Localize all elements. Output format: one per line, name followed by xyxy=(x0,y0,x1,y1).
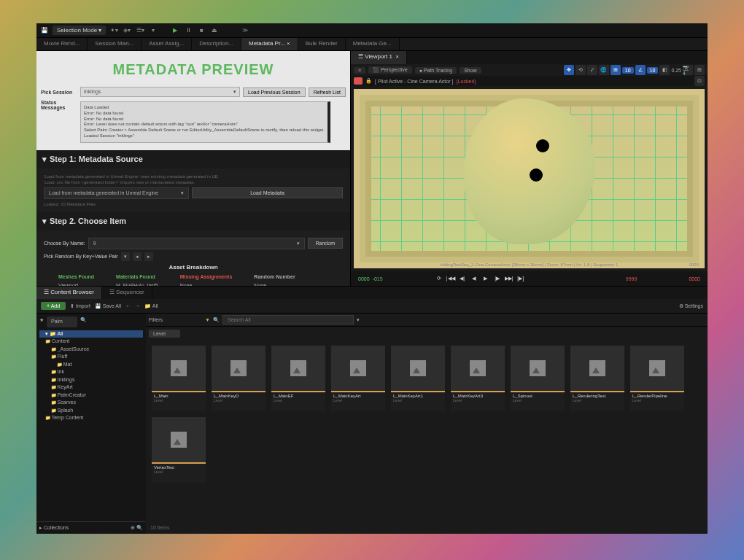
settings-button[interactable]: ⚙ Settings xyxy=(679,303,703,309)
play-icon[interactable]: ▶ xyxy=(170,26,180,36)
kv-prev-button[interactable]: ◂ xyxy=(133,252,142,261)
history-back-icon[interactable]: ← xyxy=(125,303,131,308)
search-input[interactable] xyxy=(222,315,354,324)
asset-tile[interactable]: L_MainEFLevel xyxy=(271,346,325,411)
step-fwd-icon[interactable]: |▶ xyxy=(493,274,502,283)
eject-icon[interactable]: ⏏ xyxy=(209,26,220,36)
asset-tile[interactable]: VertexTestLevel xyxy=(152,417,206,483)
save-all-button[interactable]: 💾 Save All xyxy=(95,303,121,309)
search-dropdown-icon[interactable]: ▾ xyxy=(357,317,360,323)
step1-header[interactable]: ▾ Step 1: Metadata Source xyxy=(36,150,350,168)
breadcrumb-palm[interactable]: Palm xyxy=(47,316,77,327)
playback-start[interactable]: 0000 xyxy=(358,276,370,281)
tree-item[interactable]: Content xyxy=(39,338,143,346)
add-button[interactable]: + Add xyxy=(41,302,66,310)
tree-item[interactable]: Scarves xyxy=(39,399,143,407)
angle-snap-icon[interactable]: ∠ xyxy=(635,65,646,75)
playback-current[interactable]: -015 xyxy=(373,276,383,281)
tree-item[interactable]: KeyArt xyxy=(39,384,143,392)
playback-end2[interactable]: 0000 xyxy=(689,276,700,281)
asset-tile[interactable]: L_MainLevel xyxy=(152,346,206,411)
tree-item[interactable]: Ink xyxy=(39,368,143,376)
lit-mode-dropdown[interactable]: ● Path Tracing xyxy=(415,67,457,74)
viewport-3d[interactable]: InklingTestSeq_2 Cine CameraActor [36mm … xyxy=(354,89,705,268)
asset-tile[interactable]: L_MainKeyArtLevel xyxy=(331,346,385,411)
asset-tile[interactable]: L_MainKeyArt1Level xyxy=(391,346,445,411)
stop-icon[interactable]: ■ xyxy=(196,26,206,36)
pick-session-dropdown[interactable]: inklings▾ xyxy=(80,87,240,97)
load-metadata-button[interactable]: Load Metadata xyxy=(192,187,343,198)
blueprint-icon[interactable]: ◈▾ xyxy=(122,26,132,36)
loop-icon[interactable]: ⟳ xyxy=(435,274,443,283)
tree-item[interactable]: Splash xyxy=(39,407,143,415)
collection-add-icon[interactable]: ⊕ xyxy=(131,525,135,530)
selection-mode-dropdown[interactable]: Selection Mode ▾ xyxy=(53,26,106,35)
step2-header[interactable]: ▾ Step 2. Choose Item xyxy=(36,212,350,230)
expand-icon[interactable]: ≫ xyxy=(240,26,250,36)
asset-tile[interactable]: L_MainKeyDLevel xyxy=(212,346,266,411)
editor-tab[interactable]: Description... xyxy=(192,38,241,50)
grid-snap-icon[interactable]: ⊞ xyxy=(611,65,621,75)
build-icon[interactable]: ▾ xyxy=(148,26,158,36)
filter-icon[interactable]: ▼ xyxy=(205,317,210,322)
choose-by-name-dropdown[interactable]: 9▾ xyxy=(88,238,305,249)
editor-tab[interactable]: Metadata Pr... × xyxy=(241,38,298,50)
tree-item[interactable]: _AssetSource xyxy=(39,346,143,354)
asset-tile[interactable]: L_MainKeyArt3Level xyxy=(451,346,505,411)
step-back-icon[interactable]: ◀| xyxy=(458,274,467,283)
record-icon[interactable]: [▶] xyxy=(516,274,525,283)
grid-snap-value[interactable]: 10 xyxy=(622,67,634,74)
pause-icon[interactable]: ⏸ xyxy=(183,26,193,36)
asset-tile[interactable]: L_SpinoutLevel xyxy=(511,346,565,411)
asset-tile[interactable]: L_RenderPipelineLevel xyxy=(630,346,684,411)
rotate-icon[interactable]: ⟲ xyxy=(576,65,586,75)
playback-end1[interactable]: 9999 xyxy=(626,276,638,281)
scale-icon[interactable]: ⤢ xyxy=(587,65,597,75)
viewport-tab[interactable]: ☰ Viewport 1 × xyxy=(351,51,407,64)
path-folder-icon[interactable]: 📁 All xyxy=(144,303,158,309)
show-dropdown[interactable]: Show xyxy=(460,67,481,74)
angle-snap-value[interactable]: 10 xyxy=(647,67,659,74)
pilot-lock-icon[interactable]: 🔒 xyxy=(365,78,372,84)
tree-item[interactable]: Fluff xyxy=(39,353,143,361)
history-fwd-icon[interactable]: → xyxy=(135,303,140,308)
editor-tab[interactable]: Movie Rend... xyxy=(36,38,88,50)
to-end-icon[interactable]: ▶▶| xyxy=(505,274,514,283)
scale-snap-value[interactable]: 0.25 xyxy=(671,68,681,73)
editor-tab[interactable]: Bulk Render xyxy=(298,38,346,50)
camera-speed-icon[interactable]: 📷 4 xyxy=(683,65,693,75)
random-button[interactable]: Random xyxy=(308,238,343,249)
tree-item[interactable]: Mat xyxy=(39,361,143,369)
tree-item[interactable]: PalmCreator xyxy=(39,392,143,400)
editor-tab[interactable]: Asset Assig... xyxy=(142,38,192,50)
stop-pilot-button[interactable] xyxy=(354,77,363,85)
asset-tile[interactable]: L_RenderingTestLevel xyxy=(570,346,624,411)
save-icon[interactable]: 💾 xyxy=(39,26,50,36)
editor-tab[interactable]: Session Man... xyxy=(88,38,142,50)
translate-icon[interactable]: ✥ xyxy=(564,65,574,75)
metadata-source-dropdown[interactable]: Load from metadata generated in Unreal E… xyxy=(44,187,189,199)
tree-item[interactable]: Temp Content xyxy=(39,414,143,422)
collections-bar[interactable]: ▸ Collections ⊕ 🔍 xyxy=(36,521,146,534)
load-previous-session-button[interactable]: Load Previous Session xyxy=(243,88,306,97)
level-filter-chip[interactable]: Level xyxy=(149,330,180,338)
kv-dropdown[interactable]: ▾ xyxy=(121,252,130,261)
maximize-icon[interactable]: ⊞ xyxy=(694,65,705,75)
to-start-icon[interactable]: |◀◀ xyxy=(446,274,455,283)
add-content-icon[interactable]: ✦▾ xyxy=(109,26,119,36)
collection-search-icon[interactable]: 🔍 xyxy=(136,525,143,530)
viewport-restore-icon[interactable]: ⊡ xyxy=(694,76,705,86)
sequence-icon[interactable]: ☰▾ xyxy=(135,26,145,36)
favorites-icon[interactable]: ★ xyxy=(39,316,44,327)
content-browser-tab[interactable]: ☰ Content Browser xyxy=(36,287,102,299)
perspective-dropdown[interactable]: ⬛ Perspective xyxy=(368,66,412,74)
play-icon[interactable]: ▶ xyxy=(481,274,490,283)
world-icon[interactable]: 🌐 xyxy=(599,65,609,75)
tree-search-icon[interactable]: 🔍 xyxy=(80,316,87,327)
reverse-play-icon[interactable]: ◀ xyxy=(470,274,478,283)
sequencer-tab[interactable]: ☰ Sequencer xyxy=(102,287,152,299)
import-button[interactable]: ⬆ Import xyxy=(70,303,90,309)
tree-item[interactable]: Inklings xyxy=(39,376,143,384)
editor-tab[interactable]: Metadata Ge... xyxy=(346,38,400,50)
kv-next-button[interactable]: ▸ xyxy=(144,252,153,261)
